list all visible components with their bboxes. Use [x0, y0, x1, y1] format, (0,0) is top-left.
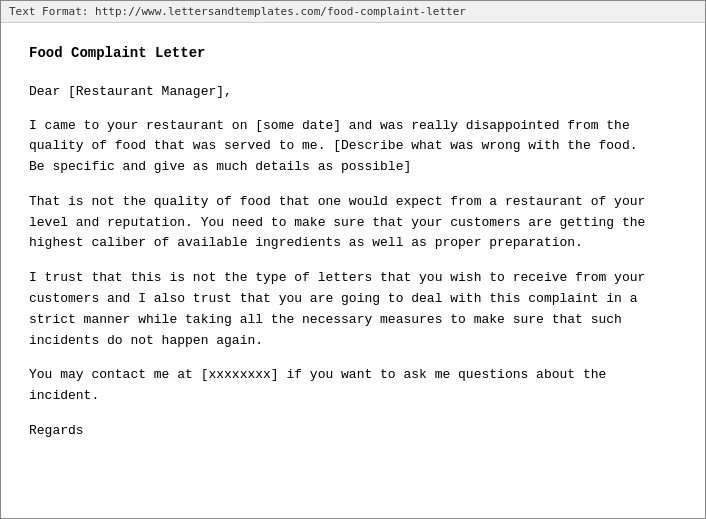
paragraph-1: I came to your restaurant on [some date]…: [29, 116, 677, 178]
url-bar-url: http://www.lettersandtemplates.com/food-…: [95, 5, 466, 18]
letter-closing: Regards: [29, 421, 677, 441]
document-window: Text Format: http://www.lettersandtempla…: [0, 0, 706, 519]
letter-salutation: Dear [Restaurant Manager],: [29, 82, 677, 102]
letter-title: Food Complaint Letter: [29, 43, 677, 64]
paragraph-3: I trust that this is not the type of let…: [29, 268, 677, 351]
url-bar: Text Format: http://www.lettersandtempla…: [1, 1, 705, 23]
url-bar-label: Text Format:: [9, 5, 88, 18]
paragraph-2: That is not the quality of food that one…: [29, 192, 677, 254]
letter-content: Food Complaint Letter Dear [Restaurant M…: [1, 23, 705, 469]
paragraph-4: You may contact me at [xxxxxxxx] if you …: [29, 365, 677, 407]
